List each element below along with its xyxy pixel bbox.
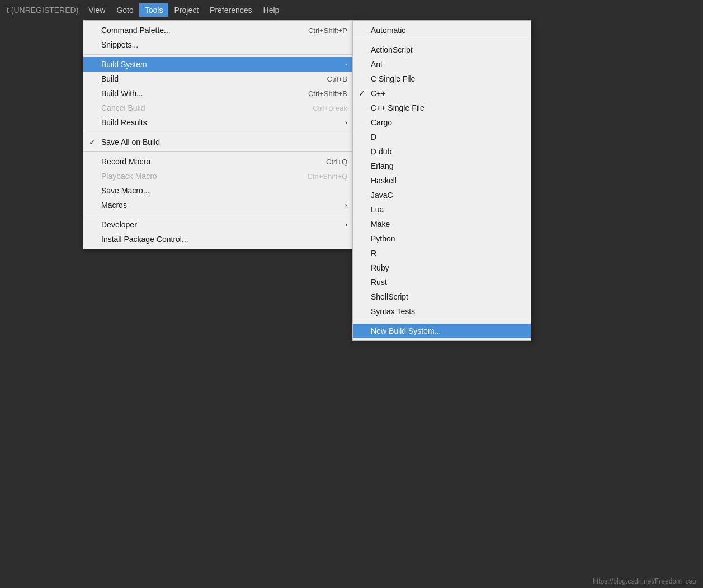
- menu-record-macro[interactable]: Record Macro Ctrl+Q: [83, 154, 356, 169]
- menu-item-tools[interactable]: Tools: [139, 3, 169, 17]
- submenu-new-build-system[interactable]: New Build System...: [353, 324, 531, 338]
- menu-snippets[interactable]: Snippets...: [83, 37, 356, 52]
- app-title: t (UNREGISTERED): [2, 3, 83, 17]
- submenu-make[interactable]: Make: [353, 217, 531, 231]
- build-system-submenu: Automatic ActionScript Ant C Single File…: [352, 20, 531, 341]
- menu-build-results[interactable]: Build Results ›: [83, 115, 356, 130]
- separator-4: [83, 215, 356, 215]
- submenu-d-dub[interactable]: D dub: [353, 144, 531, 159]
- menu-item-goto[interactable]: Goto: [111, 3, 139, 17]
- submenu-d[interactable]: D: [353, 130, 531, 144]
- separator-2: [83, 132, 356, 132]
- separator-3: [83, 151, 356, 152]
- checkmark-cpp: ✓: [358, 89, 365, 98]
- submenu-c-single-file[interactable]: C Single File: [353, 72, 531, 86]
- submenu-cpp[interactable]: ✓ C++: [353, 86, 531, 101]
- tools-dropdown-menu: Command Palette... Ctrl+Shift+P Snippets…: [83, 20, 357, 249]
- menu-developer[interactable]: Developer ›: [83, 217, 356, 232]
- submenu-separator-2: [353, 321, 531, 321]
- menu-item-preferences[interactable]: Preferences: [204, 3, 257, 17]
- submenu-ant[interactable]: Ant: [353, 57, 531, 72]
- menu-build[interactable]: Build Ctrl+B: [83, 72, 356, 86]
- submenu-syntax-tests[interactable]: Syntax Tests: [353, 304, 531, 319]
- menu-playback-macro: Playback Macro Ctrl+Shift+Q: [83, 169, 356, 183]
- submenu-ruby[interactable]: Ruby: [353, 260, 531, 275]
- menu-save-macro[interactable]: Save Macro...: [83, 183, 356, 198]
- separator-1: [83, 54, 356, 55]
- menu-item-help[interactable]: Help: [258, 3, 285, 17]
- submenu-cargo[interactable]: Cargo: [353, 115, 531, 130]
- menu-item-view[interactable]: View: [83, 3, 111, 17]
- menu-item-project[interactable]: Project: [168, 3, 204, 17]
- menu-build-with[interactable]: Build With... Ctrl+Shift+B: [83, 86, 356, 101]
- checkmark-save-all: ✓: [89, 137, 96, 146]
- menu-command-palette[interactable]: Command Palette... Ctrl+Shift+P: [83, 23, 356, 37]
- status-bar: https://blog.csdn.net/Freedom_cao: [0, 575, 703, 588]
- menu-install-package-control[interactable]: Install Package Control...: [83, 232, 356, 246]
- menu-cancel-build: Cancel Build Ctrl+Break: [83, 101, 356, 115]
- submenu-python[interactable]: Python: [353, 231, 531, 246]
- submenu-cpp-single-file[interactable]: C++ Single File: [353, 101, 531, 115]
- status-bar-url: https://blog.csdn.net/Freedom_cao: [593, 577, 696, 585]
- menu-build-system[interactable]: Build System ›: [83, 57, 356, 72]
- submenu-rust[interactable]: Rust: [353, 275, 531, 290]
- submenu-r[interactable]: R: [353, 246, 531, 260]
- menu-bar: t (UNREGISTERED) View Goto Tools Project…: [0, 0, 703, 20]
- menu-save-all-on-build[interactable]: ✓ Save All on Build: [83, 135, 356, 149]
- submenu-lua[interactable]: Lua: [353, 202, 531, 217]
- submenu-haskell[interactable]: Haskell: [353, 173, 531, 188]
- submenu-erlang[interactable]: Erlang: [353, 159, 531, 173]
- submenu-automatic[interactable]: Automatic: [353, 23, 531, 37]
- submenu-separator-1: [353, 40, 531, 40]
- menu-macros[interactable]: Macros ›: [83, 198, 356, 212]
- submenu-javac[interactable]: JavaC: [353, 188, 531, 202]
- submenu-shellscript[interactable]: ShellScript: [353, 290, 531, 304]
- submenu-actionscript[interactable]: ActionScript: [353, 42, 531, 57]
